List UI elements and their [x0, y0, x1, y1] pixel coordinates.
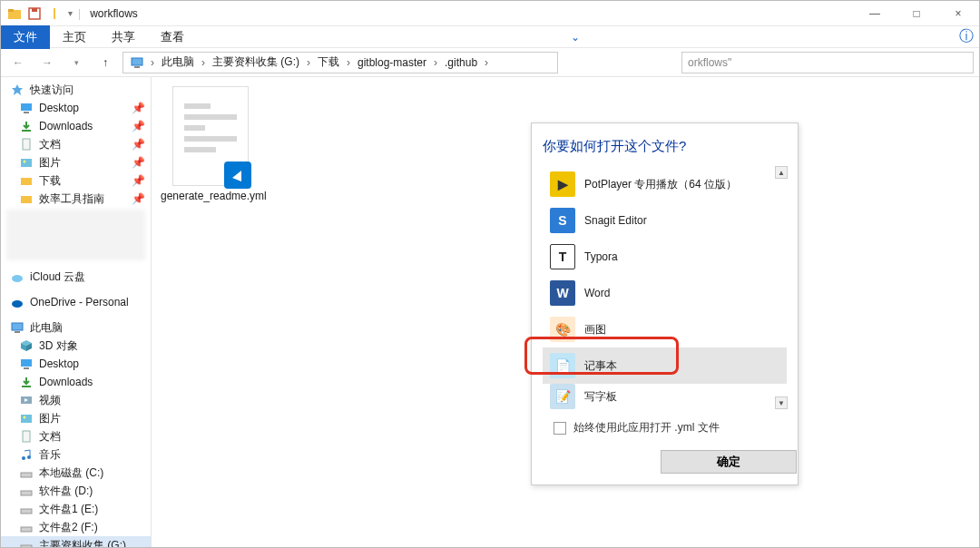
vscode-badge-icon: [224, 161, 251, 189]
crumb[interactable]: gitblog-master: [354, 56, 430, 69]
drive-icon: [19, 502, 34, 516]
sidebar-icloud[interactable]: iCloud 云盘: [1, 268, 151, 286]
help-button[interactable]: ⓘ: [954, 27, 979, 46]
app-word[interactable]: WWord: [543, 275, 787, 311]
crumb[interactable]: .github: [441, 56, 481, 69]
tab-share[interactable]: 共享: [99, 25, 148, 49]
save-icon[interactable]: [26, 5, 43, 22]
sidebar-thispc[interactable]: 此电脑: [1, 318, 151, 337]
folder-icon: [6, 5, 23, 22]
app-potplayer[interactable]: ▶PotPlayer 专用播放（64 位版）: [543, 166, 787, 202]
sidebar-item-documents2[interactable]: 文档: [1, 427, 151, 445]
app-list: ▲ ▼ ▶PotPlayer 专用播放（64 位版） SSnagit Edito…: [543, 166, 787, 409]
sidebar-item-downloads2[interactable]: 下载📌: [1, 171, 151, 190]
app-icon: S: [550, 208, 575, 233]
back-button[interactable]: ←: [6, 52, 30, 73]
window-title: workflows: [90, 7, 138, 20]
app-paint[interactable]: 🎨画图: [543, 311, 787, 347]
search-placeholder: orkflows": [688, 56, 731, 69]
app-icon: 📄: [550, 353, 575, 378]
svg-rect-19: [15, 331, 20, 333]
recent-dropdown[interactable]: ▾: [64, 52, 88, 73]
sidebar-item-pictures2[interactable]: 图片: [1, 409, 151, 427]
sidebar-item-guide[interactable]: 效率工具指南📌: [1, 190, 151, 208]
app-typora[interactable]: TTypora: [543, 239, 787, 275]
pin-icon: 📌: [132, 102, 145, 114]
drive-icon: [19, 484, 34, 498]
crumb[interactable]: 此电脑: [158, 54, 198, 70]
sidebar-item-videos[interactable]: 视频: [1, 391, 151, 409]
always-use-checkbox[interactable]: [554, 422, 566, 435]
svg-rect-23: [21, 359, 32, 367]
svg-rect-24: [24, 367, 29, 369]
pictures-icon: [19, 155, 34, 170]
sidebar-item-desktop[interactable]: Desktop📌: [1, 99, 151, 117]
forward-button[interactable]: →: [35, 52, 59, 73]
sidebar-item-drive-f[interactable]: 文件盘2 (F:): [1, 518, 151, 536]
svg-point-13: [24, 161, 26, 163]
breadcrumb[interactable]: › 此电脑› 主要资料收集 (G:)› 下载› gitblog-master› …: [122, 52, 558, 73]
pin-icon: 📌: [132, 192, 145, 205]
sidebar-quickaccess[interactable]: 快速访问: [1, 81, 151, 99]
sidebar-item-drive-e[interactable]: 文件盘1 (E:): [1, 500, 151, 518]
sidebar-item-documents[interactable]: 文档📌: [1, 135, 151, 153]
app-icon: 🎨: [550, 317, 575, 342]
svg-rect-1: [8, 9, 14, 12]
app-icon: ▶: [550, 171, 575, 197]
svg-rect-4: [54, 8, 55, 19]
sidebar-item-downloads3[interactable]: Downloads: [1, 373, 151, 391]
navbar: ← → ▾ ↑ › 此电脑› 主要资料收集 (G:)› 下载› gitblog-…: [1, 48, 979, 77]
always-use-row[interactable]: 始终使用此应用打开 .yml 文件: [554, 420, 787, 435]
search-input[interactable]: orkflows": [681, 52, 974, 73]
sidebar-item-downloads[interactable]: Downloads📌: [1, 117, 151, 135]
sidebar-onedrive[interactable]: OneDrive - Personal: [1, 293, 151, 311]
svg-rect-36: [21, 527, 32, 532]
ok-button[interactable]: 确定: [661, 450, 797, 474]
crumb[interactable]: 下载: [314, 54, 343, 70]
sidebar-item-drive-d[interactable]: 软件盘 (D:): [1, 482, 151, 500]
file-item[interactable]: generate_readme.yml: [161, 86, 260, 202]
sidebar-item-music[interactable]: 音乐: [1, 445, 151, 464]
folder-icon: [19, 191, 34, 206]
sidebar-item-pictures[interactable]: 图片📌: [1, 153, 151, 171]
app-notepad[interactable]: 📄记事本: [543, 347, 787, 384]
up-button[interactable]: ↑: [93, 52, 117, 73]
svg-rect-5: [132, 58, 142, 65]
documents-icon: [19, 137, 34, 152]
qa-dropdown[interactable]: ▾: [68, 8, 73, 18]
svg-rect-15: [21, 196, 32, 203]
scroll-up-button[interactable]: ▲: [775, 166, 788, 179]
documents-icon: [19, 429, 34, 444]
music-icon: [19, 447, 34, 462]
sidebar-item-desktop2[interactable]: Desktop: [1, 355, 151, 373]
app-wordpad[interactable]: 📝写字板: [543, 384, 787, 409]
blurred-region: [6, 210, 145, 260]
ribbon-toggle[interactable]: ⌄: [563, 31, 588, 44]
maximize-button[interactable]: □: [896, 1, 937, 26]
tab-file[interactable]: 文件: [1, 25, 50, 49]
cube-icon: [19, 338, 34, 353]
file-pane[interactable]: generate_readme.yml 你要如何打开这个文件? ▲ ▼ ▶Pot…: [152, 77, 979, 547]
tab-home[interactable]: 主页: [50, 25, 99, 49]
app-snagit[interactable]: SSnagit Editor: [543, 202, 787, 239]
sidebar: 快速访问 Desktop📌 Downloads📌 文档📌 图片📌 下载📌 效率工…: [1, 77, 152, 547]
drive-icon: [19, 465, 34, 480]
sidebar-item-drive-g[interactable]: 主要资料收集 (G:): [1, 536, 151, 547]
drive-icon: [19, 538, 34, 547]
minimize-button[interactable]: —: [854, 1, 896, 26]
scroll-down-button[interactable]: ▼: [775, 396, 788, 409]
ribbon-tabs: 文件 主页 共享 查看 ⌄ ⓘ: [1, 26, 979, 48]
close-button[interactable]: ×: [937, 1, 979, 26]
tab-view[interactable]: 查看: [148, 25, 197, 49]
crumb[interactable]: 主要资料收集 (G:): [209, 54, 303, 70]
sidebar-item-drive-c[interactable]: 本地磁盘 (C:): [1, 464, 151, 482]
svg-rect-35: [21, 509, 32, 514]
titlebar: ▾ | workflows — □ ×: [1, 1, 979, 26]
pin-icon: 📌: [132, 138, 145, 151]
sidebar-item-3d[interactable]: 3D 对象: [1, 337, 151, 355]
app-icon: 📝: [550, 384, 575, 409]
svg-rect-3: [32, 8, 37, 12]
pin-icon: 📌: [132, 120, 145, 132]
svg-rect-11: [23, 139, 30, 150]
videos-icon: [19, 393, 34, 407]
